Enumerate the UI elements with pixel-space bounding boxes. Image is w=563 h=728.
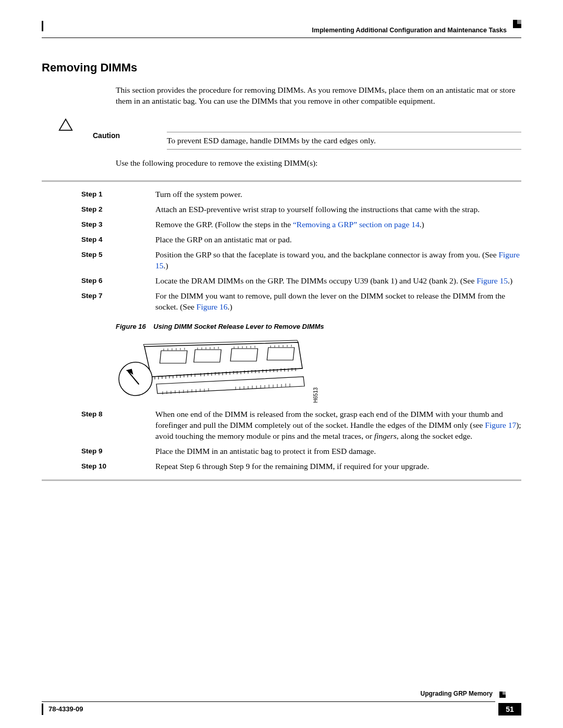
step-body: For the DIMM you want to remove, pull do… bbox=[155, 291, 521, 313]
step-row: Step 1 Turn off the system power. bbox=[42, 189, 521, 200]
xref-link[interactable]: Figure 15 bbox=[476, 276, 508, 285]
step-body: Attach an ESD-preventive wrist strap to … bbox=[155, 204, 521, 215]
footer-rule bbox=[42, 701, 495, 702]
footer-doc-number: 78-4339-09 bbox=[48, 705, 83, 714]
step-body: Repeat Step 6 through Step 9 for the rem… bbox=[155, 461, 521, 472]
step-label: Step 8 bbox=[42, 409, 155, 419]
step-text: Repeat Step 6 through Step 9 for the rem… bbox=[155, 462, 429, 471]
caution-rule-bottom bbox=[167, 149, 521, 150]
step-text: Place the DIMM in an antistatic bag to p… bbox=[155, 447, 376, 455]
step-body: Remove the GRP. (Follow the steps in the… bbox=[155, 219, 521, 230]
step-label: Step 1 bbox=[42, 189, 155, 199]
step-text: , along the socket edge. bbox=[397, 431, 472, 440]
xref-link[interactable]: Figure 17 bbox=[485, 421, 516, 429]
step-body: Turn off the system power. bbox=[155, 189, 521, 200]
step-body: Position the GRP so that the faceplate i… bbox=[155, 250, 521, 272]
step-label: Step 10 bbox=[42, 461, 155, 471]
step-text: Place the GRP on an antistatic mat or pa… bbox=[155, 235, 292, 244]
step-label: Step 6 bbox=[42, 276, 155, 286]
svg-rect-3 bbox=[267, 348, 295, 360]
figure-id: H6513 bbox=[312, 387, 320, 402]
svg-rect-1 bbox=[194, 350, 222, 362]
steps-block-1: Step 1 Turn off the system power. Step 2… bbox=[42, 180, 521, 480]
footer-corner-mark bbox=[497, 692, 506, 698]
step-text: When one end of the DIMM is released fro… bbox=[155, 410, 503, 429]
caution-text-col: To prevent ESD damage, handle DIMMs by t… bbox=[167, 131, 521, 153]
step-text: Remove the GRP. (Follow the steps in the bbox=[155, 220, 293, 229]
figure-title: Using DIMM Socket Release Lever to Remov… bbox=[153, 323, 324, 330]
caution-label: Caution bbox=[93, 131, 120, 141]
step-label: Step 4 bbox=[42, 235, 155, 244]
step-text: .) bbox=[508, 276, 512, 285]
caution-rule-top bbox=[167, 132, 521, 132]
step-row: Step 2 Attach an ESD-preventive wrist st… bbox=[42, 204, 521, 215]
step-label: Step 5 bbox=[42, 250, 155, 260]
dimm-diagram-svg bbox=[116, 336, 309, 399]
running-header: Implementing Additional Configuration an… bbox=[312, 26, 507, 35]
step-label: Step 9 bbox=[42, 446, 155, 456]
step-italic: fingers bbox=[374, 431, 397, 440]
step-row: Step 7 For the DIMM you want to remove, … bbox=[42, 291, 521, 313]
step-text: Turn off the system power. bbox=[155, 190, 242, 199]
step-text: Locate the DRAM DIMMs on the GRP. The DI… bbox=[155, 276, 476, 285]
footer-page-number: 51 bbox=[498, 703, 521, 715]
caution-icon bbox=[58, 118, 73, 131]
xref-link[interactable]: Figure 16 bbox=[197, 302, 228, 311]
svg-point-4 bbox=[119, 362, 152, 396]
content-area: Removing DIMMs This section provides the… bbox=[42, 55, 521, 481]
step-text: Position the GRP so that the faceplate i… bbox=[155, 250, 498, 259]
lead-in: Use the following procedure to remove th… bbox=[116, 158, 521, 169]
page: Implementing Additional Configuration an… bbox=[0, 0, 563, 728]
caution-label-col: Caution bbox=[42, 131, 167, 141]
caution-block bbox=[42, 118, 521, 131]
caution-gutter bbox=[42, 118, 116, 131]
step-row: Step 9 Place the DIMM in an antistatic b… bbox=[42, 446, 521, 457]
step-label: Step 3 bbox=[42, 219, 155, 229]
xref-link[interactable]: “Removing a GRP” section on page 14 bbox=[293, 220, 420, 229]
svg-rect-2 bbox=[230, 349, 258, 361]
steps-end-rule bbox=[42, 479, 521, 481]
caution-body bbox=[116, 118, 521, 130]
svg-rect-0 bbox=[160, 351, 188, 363]
figure-label: Figure 16 bbox=[116, 323, 146, 330]
step-row: Step 5 Position the GRP so that the face… bbox=[42, 250, 521, 272]
step-body: Locate the DRAM DIMMs on the GRP. The DI… bbox=[155, 276, 521, 287]
step-row: Step 10 Repeat Step 6 through Step 9 for… bbox=[42, 461, 521, 472]
intro-paragraph: This section provides the procedure for … bbox=[116, 85, 521, 107]
step-text: .) bbox=[420, 220, 424, 229]
section-heading: Removing DIMMs bbox=[42, 60, 521, 76]
figure-image: H6513 bbox=[116, 336, 309, 399]
step-text: Attach an ESD-preventive wrist strap to … bbox=[155, 205, 480, 214]
step-row: Step 4 Place the GRP on an antistatic ma… bbox=[42, 235, 521, 245]
step-body: Place the DIMM in an antistatic bag to p… bbox=[155, 446, 521, 457]
step-row: Step 6 Locate the DRAM DIMMs on the GRP.… bbox=[42, 276, 521, 287]
caution-text: To prevent ESD damage, handle DIMMs by t… bbox=[167, 135, 521, 146]
figure-caption: Figure 16 Using DIMM Socket Release Leve… bbox=[116, 322, 521, 331]
header-rule bbox=[42, 38, 521, 38]
step-text: .) bbox=[164, 261, 168, 270]
step-text: .) bbox=[228, 302, 232, 311]
top-right-corner-mark bbox=[513, 20, 521, 28]
caution-text-row: Caution To prevent ESD damage, handle DI… bbox=[42, 131, 521, 153]
step-body: Place the GRP on an antistatic mat or pa… bbox=[155, 235, 521, 245]
step-label: Step 7 bbox=[42, 291, 155, 301]
step-row: Step 8 When one end of the DIMM is relea… bbox=[42, 409, 521, 442]
step-label: Step 2 bbox=[42, 204, 155, 214]
step-body: When one end of the DIMM is released fro… bbox=[155, 409, 521, 442]
footer-tick-mark bbox=[42, 704, 43, 715]
footer-doc-block: 78-4339-09 bbox=[42, 703, 83, 715]
step-row: Step 3 Remove the GRP. (Follow the steps… bbox=[42, 219, 521, 230]
footer-section-title: Upgrading GRP Memory bbox=[421, 689, 493, 698]
